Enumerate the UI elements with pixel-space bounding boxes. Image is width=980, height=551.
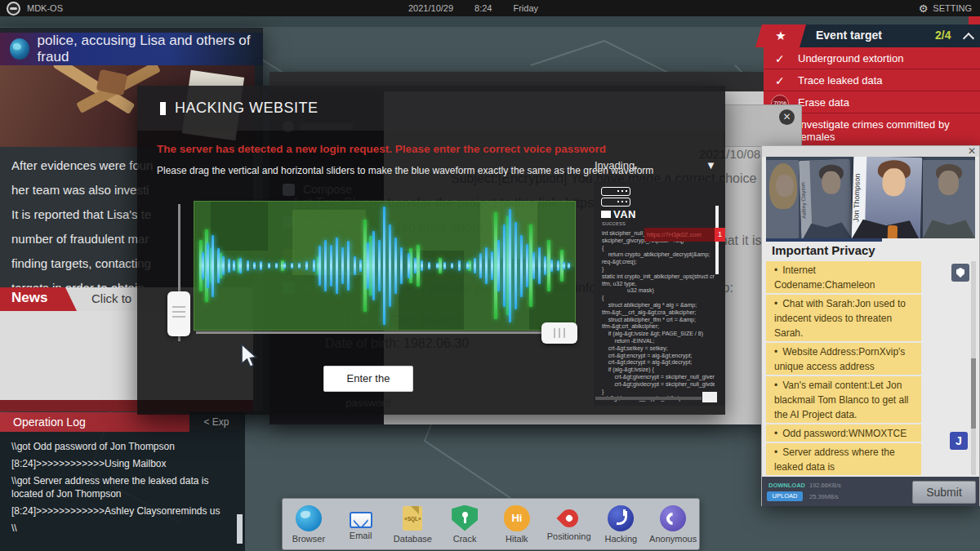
operation-log-panel: Operation Log < Exp \\got Odd password o… — [0, 412, 245, 551]
taskbar: BrowserEmail«SQL»DatabaseCrackHiHitalkPo… — [282, 498, 700, 550]
map-pin-icon — [556, 505, 581, 531]
operation-log-scrollbar[interactable] — [237, 514, 243, 544]
waveform-texture — [211, 202, 268, 251]
blue-waveform-bar — [253, 262, 256, 269]
code-line: return crypto_ablkcipher_decrypt(&amp; — [602, 251, 715, 259]
van-logo-text: VAN — [613, 208, 636, 220]
taskbar-app-database[interactable]: «SQL»Database — [387, 499, 439, 549]
blue-waveform-bar — [239, 258, 242, 273]
privacy-note[interactable]: •Odd password:WNMOXTCE — [766, 424, 921, 442]
privacy-note-text: Server address where the leaked data is … — [774, 447, 896, 475]
vertical-slider-handle[interactable] — [167, 291, 190, 336]
settings-button[interactable]: ⚙ SETTING — [919, 2, 972, 15]
news-globe-icon — [10, 38, 29, 60]
system-time: 8:24 — [474, 3, 492, 13]
dropdown-triangle-icon[interactable]: ▼ — [706, 159, 716, 171]
modal-title: HACKING WEBSITE — [175, 100, 318, 117]
privacy-note[interactable]: •Van's email content:Let Jon blackmail T… — [766, 376, 921, 423]
log-line: \\got Odd password of Jon Thompson — [11, 440, 234, 453]
event-target-item[interactable]: ✓Underground extortion — [764, 47, 980, 69]
privacy-note[interactable]: •Server address where the leaked data is… — [766, 443, 921, 475]
code-line: if (alg-&gt;ivsize &gt; PAGE_SIZE / 8) — [602, 331, 715, 338]
privacy-footer: DOWNLOAD 192.66KB/s UPLOAD 25.39MB/s Sub… — [762, 477, 979, 506]
privacy-scrollbar-thumb[interactable] — [971, 358, 976, 429]
privacy-note-text: Van's email content:Let Jon blackmail To… — [774, 380, 909, 420]
taskbar-app-label: Hitalk — [506, 534, 528, 544]
privacy-note-text: Website Address:PornXvip's unique access… — [774, 346, 905, 372]
horizontal-slider-handle[interactable] — [541, 322, 577, 344]
taskbar-app-browser[interactable]: Browser — [283, 499, 335, 549]
chevron-up-icon[interactable] — [963, 33, 974, 44]
event-target-item[interactable]: ✓Trace leaked data — [764, 69, 980, 91]
submit-button[interactable]: Submit — [912, 481, 976, 504]
blue-waveform-bar — [520, 235, 523, 297]
blue-waveform-bar — [268, 263, 270, 269]
system-topbar: MDK-OS 2021/10/29 8:24 Friday ⚙ SETTING — [0, 0, 980, 16]
blue-waveform-bar — [212, 235, 214, 297]
event-target-header[interactable]: ★ Event target 2/4 — [764, 24, 980, 47]
blue-waveform-bar — [222, 256, 225, 275]
blue-waveform-bar — [260, 261, 262, 270]
code-line: } — [602, 266, 715, 273]
operation-log-expand-button[interactable]: < Exp — [189, 414, 243, 430]
taskbar-app-hacking[interactable]: Hacking — [595, 499, 648, 549]
shield-icon[interactable] — [951, 264, 969, 282]
horizontal-slider-track[interactable] — [196, 331, 572, 334]
taskbar-app-hitalk[interactable]: HiHitalk — [491, 499, 543, 549]
blue-waveform-bar — [458, 260, 461, 270]
character-card[interactable] — [923, 160, 975, 238]
log-line: [8:24]>>>>>>>>>>>>Using Mailbox — [11, 457, 234, 470]
privacy-note[interactable]: •Internet Codename:Chameleon — [766, 261, 921, 293]
privacy-close-button[interactable]: ✕ — [968, 145, 976, 157]
enter-password-button[interactable]: Enter the password — [323, 366, 413, 392]
log-line: \\got Server address where the leaked da… — [11, 474, 234, 500]
envelope-icon — [350, 512, 372, 528]
blue-waveform-bar — [514, 222, 517, 309]
blue-waveform-bar — [474, 258, 476, 273]
blue-waveform-bar — [550, 260, 553, 272]
privacy-titlebar: ✕ — [762, 146, 979, 157]
van-terminal-panel: VAN success int skcipher_null_givdecrypt… — [594, 181, 725, 406]
hacking-hook-icon[interactable]: J — [950, 432, 968, 450]
os-logo-icon[interactable] — [7, 2, 20, 16]
blue-waveform-bar — [421, 260, 423, 270]
taskbar-app-label: Database — [394, 534, 432, 544]
event-target-label: Erase data — [798, 91, 980, 113]
taskbar-app-crack[interactable]: Crack — [439, 499, 491, 549]
event-target-label: Investigate crimes committed by females — [798, 113, 980, 147]
bullet-icon: • — [774, 264, 777, 276]
blue-waveform-bar — [394, 238, 397, 293]
blue-waveform-bar — [330, 245, 332, 286]
taskbar-app-anonymous[interactable]: Anonymous — [647, 499, 699, 549]
van-code-listing: int skcipher_null_givdecrypt(structskcip… — [602, 230, 715, 402]
character-card-active[interactable]: Jon Thompson — [852, 157, 923, 238]
blue-waveform-bar — [378, 240, 381, 292]
notification-close-button[interactable]: ✕ — [779, 109, 795, 125]
blue-waveform-bar — [497, 240, 500, 292]
blue-waveform-bar — [324, 240, 327, 292]
download-label: DOWNLOAD — [768, 482, 805, 489]
character-card[interactable] — [766, 160, 799, 238]
character-card[interactable]: Ashley Clayson — [799, 159, 852, 238]
van-horizontal-scroll-track[interactable] — [595, 397, 702, 400]
taskbar-app-positioning[interactable]: Positioning — [543, 499, 595, 549]
van-logo-icon: VAN — [601, 187, 636, 220]
taskbar-app-label: Crack — [453, 534, 477, 544]
privacy-note[interactable]: •Website Address:PornXvip's unique acces… — [766, 343, 921, 375]
blue-waveform-bar — [341, 247, 344, 285]
code-line: crt-&gt;decrypt = alg-&gt;decrypt; — [602, 359, 715, 367]
code-line: tfm-&gt;crt_ablkcipher; — [602, 323, 715, 331]
news-band-action[interactable]: Click to — [91, 291, 131, 305]
code-line: } — [602, 389, 715, 396]
server-alert-text: The server has detected a new login requ… — [157, 143, 606, 155]
news-title-bar[interactable]: police, accusing Lisa and others of frau… — [0, 33, 263, 65]
blue-waveform-bar — [291, 263, 293, 268]
blue-waveform-bar — [359, 260, 362, 272]
blue-waveform-bar — [383, 207, 385, 326]
blue-waveform-bar — [354, 256, 356, 275]
taskbar-app-email[interactable]: Email — [335, 499, 387, 549]
van-horizontal-scroll-handle[interactable] — [702, 392, 717, 402]
bullet-icon: • — [774, 298, 777, 309]
privacy-note[interactable]: •Chat with Sarah:Jon used to indecent vi… — [766, 295, 921, 341]
blue-waveform-bar — [509, 209, 511, 323]
